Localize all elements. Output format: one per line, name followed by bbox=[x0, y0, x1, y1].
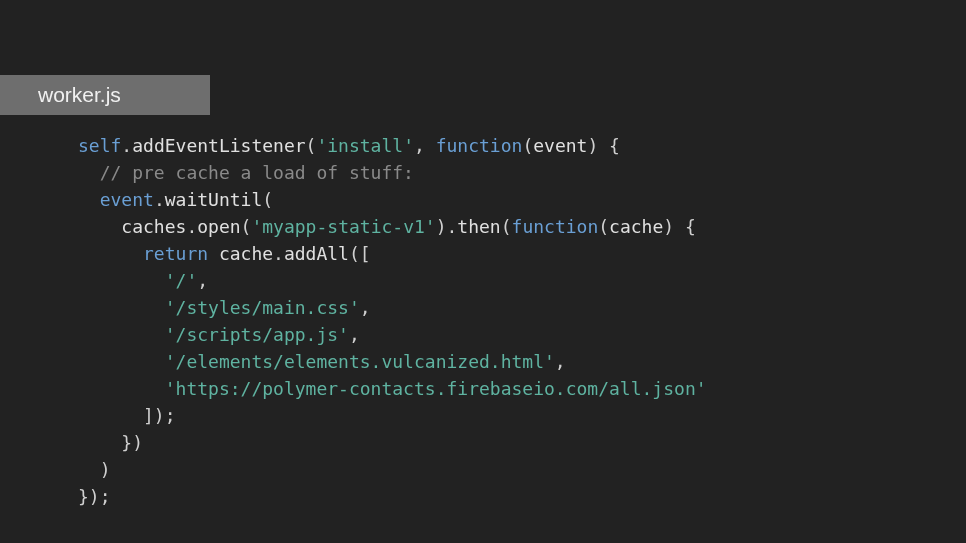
code-token bbox=[78, 351, 165, 372]
code-token: self bbox=[78, 135, 121, 156]
code-token: then bbox=[457, 216, 500, 237]
code-token: . bbox=[186, 216, 197, 237]
code-token bbox=[78, 162, 100, 183]
code-token: ( bbox=[241, 216, 252, 237]
code-content: self.addEventListener('install', functio… bbox=[78, 132, 707, 510]
code-token: event bbox=[100, 189, 154, 210]
code-token: '/styles/main.css' bbox=[165, 297, 360, 318]
code-editor[interactable]: self.addEventListener('install', functio… bbox=[78, 132, 707, 510]
code-token bbox=[78, 324, 165, 345]
code-token bbox=[78, 189, 100, 210]
code-token: . bbox=[154, 189, 165, 210]
code-token bbox=[78, 243, 143, 264]
code-token bbox=[78, 378, 165, 399]
code-token: '/' bbox=[165, 270, 198, 291]
code-token: , bbox=[349, 324, 360, 345]
code-token: , bbox=[197, 270, 208, 291]
code-token: function bbox=[512, 216, 599, 237]
code-token: ). bbox=[436, 216, 458, 237]
code-token bbox=[78, 270, 165, 291]
file-tab-title: worker.js bbox=[38, 83, 121, 107]
code-token: }) bbox=[78, 432, 143, 453]
code-token: ) { bbox=[587, 135, 620, 156]
code-token: ) bbox=[78, 459, 111, 480]
code-token: . bbox=[121, 135, 132, 156]
code-token: 'https://polymer-contacts.firebaseio.com… bbox=[165, 378, 707, 399]
code-token: cache bbox=[609, 216, 663, 237]
code-token: waitUntil bbox=[165, 189, 263, 210]
code-token: function bbox=[436, 135, 523, 156]
code-token: ( bbox=[262, 189, 273, 210]
code-token bbox=[78, 297, 165, 318]
file-tab[interactable]: worker.js bbox=[0, 75, 210, 115]
code-token: ) { bbox=[663, 216, 696, 237]
code-token: open bbox=[197, 216, 240, 237]
code-token: ( bbox=[522, 135, 533, 156]
code-token: 'install' bbox=[316, 135, 414, 156]
code-token bbox=[78, 216, 121, 237]
code-token bbox=[208, 243, 219, 264]
code-token: caches bbox=[121, 216, 186, 237]
code-token: // pre cache a load of stuff: bbox=[100, 162, 414, 183]
code-token: addAll bbox=[284, 243, 349, 264]
code-token: ([ bbox=[349, 243, 371, 264]
code-token: , bbox=[414, 135, 436, 156]
code-token: cache bbox=[219, 243, 273, 264]
code-token: ( bbox=[598, 216, 609, 237]
code-token: addEventListener bbox=[132, 135, 305, 156]
code-token: 'myapp-static-v1' bbox=[251, 216, 435, 237]
code-token: ]); bbox=[78, 405, 176, 426]
code-token: return bbox=[143, 243, 208, 264]
code-token: , bbox=[555, 351, 566, 372]
code-token: }); bbox=[78, 486, 111, 507]
code-token: event bbox=[533, 135, 587, 156]
code-token: ( bbox=[501, 216, 512, 237]
code-token: , bbox=[360, 297, 371, 318]
code-token: . bbox=[273, 243, 284, 264]
code-token: '/elements/elements.vulcanized.html' bbox=[165, 351, 555, 372]
code-token: '/scripts/app.js' bbox=[165, 324, 349, 345]
code-token: ( bbox=[306, 135, 317, 156]
